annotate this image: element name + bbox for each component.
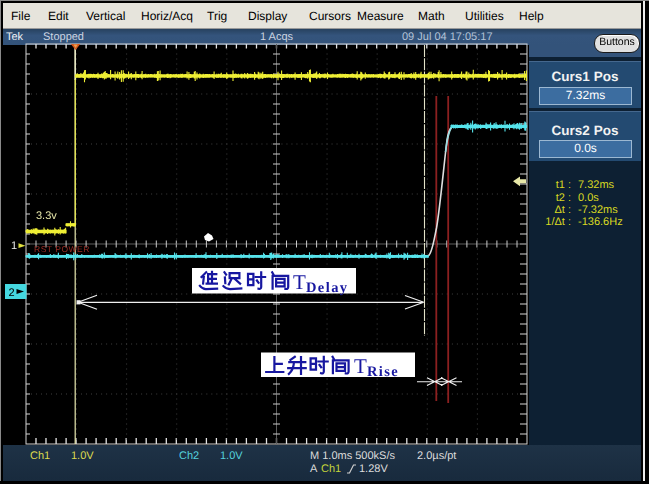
svg-text:2: 2	[9, 287, 15, 299]
svg-text:Rise: Rise	[367, 364, 399, 380]
svg-text:RST POWER: RST POWER	[34, 244, 90, 254]
svg-text:3.3v: 3.3v	[36, 210, 57, 222]
svg-text:Delay: Delay	[306, 280, 348, 296]
svg-text:1: 1	[11, 240, 17, 252]
svg-text:T: T	[293, 270, 306, 294]
svg-text:T: T	[354, 354, 367, 378]
